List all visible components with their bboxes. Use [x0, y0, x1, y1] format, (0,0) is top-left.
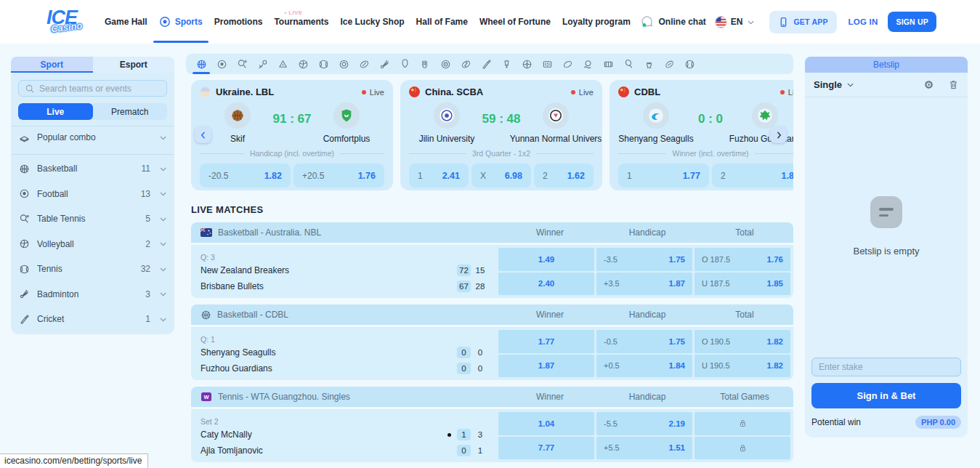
sidebar-sport-table-tennis[interactable]: Table Tennis5	[18, 206, 167, 232]
strip-wheel-icon[interactable]	[517, 54, 537, 74]
winner-odds-button[interactable]: 1.49	[498, 248, 594, 271]
get-app-button[interactable]: GET APP	[769, 11, 837, 33]
strip-darts-icon[interactable]	[435, 54, 455, 74]
strip-handball-icon[interactable]	[415, 54, 435, 74]
strip-football-alt-icon[interactable]	[333, 54, 354, 74]
odds-button[interactable]: X6.98	[471, 164, 531, 187]
odds-button[interactable]: 12.41	[409, 164, 469, 187]
sidebar-sport-volleyball[interactable]: Volleyball2	[18, 232, 167, 257]
odds-button[interactable]: -20.51.82	[200, 164, 291, 187]
strip-rugby-league-icon[interactable]	[557, 54, 578, 74]
strip-tennis-icon[interactable]	[313, 54, 333, 74]
strip-table-football-icon[interactable]	[598, 54, 618, 74]
handicap-odds-button[interactable]: -3.51.75	[596, 248, 692, 271]
odds-value: 1.8	[782, 171, 793, 181]
handicap-odds-button[interactable]: -0.51.75	[596, 330, 692, 353]
total-odds-button[interactable]: O 190.51.82	[694, 330, 790, 353]
strip-table-tennis-icon[interactable]	[232, 54, 252, 74]
toggle-live[interactable]: Live	[18, 103, 93, 120]
strip-baseball-icon[interactable]	[679, 54, 700, 74]
search-box[interactable]	[18, 80, 167, 97]
sidebar-sport-cricket[interactable]: Cricket1	[18, 307, 167, 332]
sidebar-sport-basketball[interactable]: Basketball11	[18, 156, 167, 182]
winner-odds-button[interactable]: 1.87	[498, 355, 594, 378]
bet-mode-dropdown[interactable]: Single	[814, 79, 923, 90]
brand-logo[interactable]: ICE Casino	[46, 7, 89, 37]
online-chat-button[interactable]: Online chat	[640, 15, 705, 29]
strip-cricket-icon[interactable]	[476, 54, 496, 74]
team-row: Shenyang Seagulls00	[201, 345, 498, 360]
strip-scoreboard-icon[interactable]	[537, 54, 557, 74]
carousel-next-button[interactable]	[770, 126, 787, 143]
popular-combo-row[interactable]: Popular combo	[18, 126, 167, 148]
nav-item-promotions[interactable]: Promotions	[214, 0, 263, 44]
strip-football-icon[interactable]	[211, 54, 232, 74]
total-odds-button[interactable]: U 190.51.82	[694, 355, 790, 378]
nav-item-hall-of-fame[interactable]: Hall of Fame	[416, 0, 468, 44]
strip-american-football-icon[interactable]	[455, 54, 476, 74]
search-input[interactable]	[39, 84, 161, 94]
sign-up-button[interactable]: SIGN UP	[888, 12, 936, 32]
strip-basketball-icon[interactable]	[191, 54, 211, 74]
strip-boxing-icon[interactable]	[394, 54, 415, 74]
stake-input[interactable]	[819, 362, 954, 372]
handicap-odds-button[interactable]: +5.51.51	[596, 437, 692, 460]
strip-aussie-rules-icon[interactable]	[659, 54, 679, 74]
nav-item-sports[interactable]: Sports	[159, 0, 203, 44]
handicap-odds-button[interactable]: +3.51.87	[596, 273, 692, 296]
strip-water-polo-icon[interactable]	[578, 54, 598, 74]
sidebar-panel: LivePrematch Popular combo Basketball11F…	[11, 73, 174, 334]
strip-rugby-icon[interactable]	[354, 54, 374, 74]
nav-item-ice-lucky-shop[interactable]: Ice Lucky Shop	[341, 0, 405, 44]
nav-item-tournaments[interactable]: • LIVETournaments	[274, 0, 328, 44]
match-card-1[interactable]: Ukraine. LBLLiveSkif91 : 67ComfortplusHa…	[191, 80, 393, 190]
odds-button[interactable]: 21.62	[534, 164, 594, 187]
winner-odds-button[interactable]: 1.04	[498, 412, 594, 435]
odds-button[interactable]: +20.51.76	[293, 164, 384, 187]
nav-item-wheel-of-fortune[interactable]: Wheel of Fortune	[479, 0, 551, 44]
home-team-name: Jilin University	[419, 134, 475, 144]
winner-odds-button[interactable]: 1.77	[498, 330, 594, 353]
sidebar-tab-sport[interactable]: Sport	[11, 57, 93, 73]
strip-beer-pong-icon[interactable]	[496, 54, 517, 74]
handicap-odds-button[interactable]: +0.51.84	[596, 355, 692, 378]
stake-field[interactable]	[811, 358, 961, 376]
sport-count: 2	[145, 239, 150, 249]
carousel-prev-button[interactable]	[195, 126, 211, 143]
betslip-clear-button[interactable]	[948, 79, 959, 90]
odds-button[interactable]: 21.8	[712, 164, 793, 187]
sidebar-sport-tennis[interactable]: Tennis32	[18, 257, 167, 282]
live-dot	[571, 90, 575, 94]
strip-volleyball-icon[interactable]	[293, 54, 313, 74]
language-selector[interactable]: EN	[715, 16, 755, 28]
strip-racquetball-icon[interactable]	[618, 54, 639, 74]
log-in-button[interactable]: LOG IN	[849, 17, 878, 26]
sports-sidebar: SportEsport LivePrematch Popular combo B…	[11, 57, 174, 334]
betslip-settings-button[interactable]	[923, 79, 934, 90]
strip-volleyball-serve-icon[interactable]	[252, 54, 272, 74]
winner-odds-button[interactable]: 7.77	[498, 437, 594, 460]
strip-billiards-icon[interactable]	[272, 54, 293, 74]
sidebar-sport-badminton[interactable]: Badminton3	[18, 282, 167, 307]
sidebar-tab-esport[interactable]: Esport	[93, 57, 175, 73]
sidebar-sport-football[interactable]: Football13	[18, 182, 167, 207]
total-odds-button[interactable]: O 187.51.76	[694, 248, 790, 271]
match-card-2[interactable]: China. SCBALiveJilin University59 : 48Yu…	[400, 80, 602, 190]
nav-item-game-hall[interactable]: Game Hall	[105, 0, 147, 44]
match-card-3[interactable]: CDBLLiveShenyang Seagulls0 : 0Fuzhou Gua…	[610, 80, 793, 190]
team-row: Brisbane Bullets6728	[201, 279, 498, 294]
odds-value: 1.82	[264, 171, 282, 181]
strip-badminton-icon[interactable]	[374, 54, 394, 74]
strip-chess-icon[interactable]	[639, 54, 659, 74]
live-label: Live	[370, 88, 384, 97]
odds-button[interactable]: 11.77	[618, 164, 709, 187]
total-odds-button[interactable]: U 187.51.85	[694, 273, 790, 296]
team-name: New Zealand Breakers	[201, 265, 457, 275]
nav-item-loyalty-program[interactable]: Loyalty program	[562, 0, 631, 44]
toggle-prematch[interactable]: Prematch	[93, 103, 168, 120]
handicap-odds-button[interactable]: -5.52.19	[596, 412, 692, 435]
winner-odds-button[interactable]: 2.40	[498, 273, 594, 296]
odds-label: 1	[418, 171, 423, 181]
sign-in-and-bet-button[interactable]: Sign in & Bet	[811, 383, 961, 408]
volleyball-icon	[18, 238, 30, 249]
